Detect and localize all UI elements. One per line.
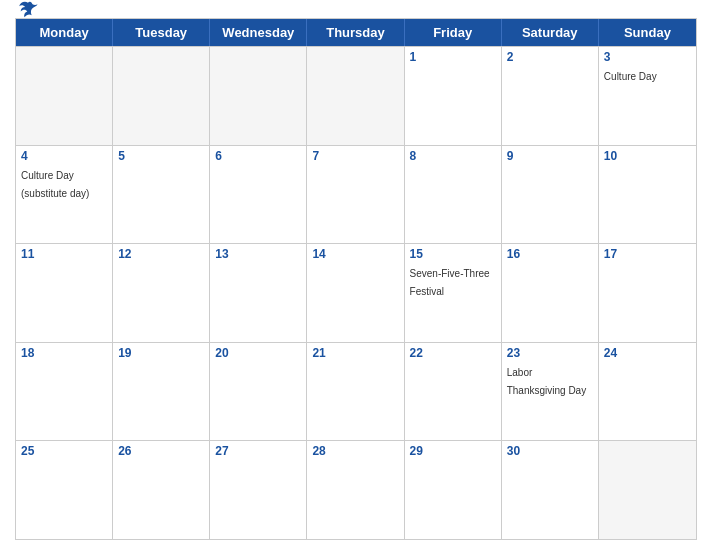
day-number: 7: [312, 149, 398, 163]
day-number: 27: [215, 444, 301, 458]
calendar-cell: [307, 47, 404, 145]
calendar-cell: 22: [405, 343, 502, 441]
calendar-cell: 24: [599, 343, 696, 441]
calendar-cell: 21: [307, 343, 404, 441]
page: MondayTuesdayWednesdayThursdayFridaySatu…: [0, 0, 712, 550]
calendar-cell: 17: [599, 244, 696, 342]
calendar-cell: 2: [502, 47, 599, 145]
calendar: MondayTuesdayWednesdayThursdayFridaySatu…: [15, 18, 697, 540]
calendar-cell: [599, 441, 696, 539]
day-number: 14: [312, 247, 398, 261]
week-row-2: 4Culture Day (substitute day)5678910: [16, 145, 696, 244]
calendar-cell: 30: [502, 441, 599, 539]
calendar-cell: 15Seven-Five-Three Festival: [405, 244, 502, 342]
calendar-cell: 14: [307, 244, 404, 342]
calendar-cell: 9: [502, 146, 599, 244]
calendar-cell: 18: [16, 343, 113, 441]
day-number: 29: [410, 444, 496, 458]
calendar-cell: 13: [210, 244, 307, 342]
calendar-cell: 5: [113, 146, 210, 244]
event-label: Seven-Five-Three Festival: [410, 268, 490, 297]
day-number: 17: [604, 247, 691, 261]
calendar-cell: 26: [113, 441, 210, 539]
day-number: 13: [215, 247, 301, 261]
calendar-cell: 19: [113, 343, 210, 441]
calendar-cell: 27: [210, 441, 307, 539]
day-number: 24: [604, 346, 691, 360]
calendar-cell: 6: [210, 146, 307, 244]
calendar-cell: 3Culture Day: [599, 47, 696, 145]
calendar-body: 123Culture Day4Culture Day (substitute d…: [16, 46, 696, 539]
day-number: 1: [410, 50, 496, 64]
calendar-cell: 23Labor Thanksgiving Day: [502, 343, 599, 441]
day-number: 4: [21, 149, 107, 163]
day-number: 3: [604, 50, 691, 64]
week-row-4: 181920212223Labor Thanksgiving Day24: [16, 342, 696, 441]
calendar-cell: 16: [502, 244, 599, 342]
header-day-tuesday: Tuesday: [113, 19, 210, 46]
day-number: 15: [410, 247, 496, 261]
calendar-cell: 10: [599, 146, 696, 244]
calendar-cell: 29: [405, 441, 502, 539]
week-row-1: 123Culture Day: [16, 46, 696, 145]
day-number: 21: [312, 346, 398, 360]
day-number: 18: [21, 346, 107, 360]
day-number: 30: [507, 444, 593, 458]
week-row-5: 252627282930: [16, 440, 696, 539]
day-number: 8: [410, 149, 496, 163]
calendar-cell: [210, 47, 307, 145]
calendar-cell: 20: [210, 343, 307, 441]
header-day-monday: Monday: [16, 19, 113, 46]
header-day-saturday: Saturday: [502, 19, 599, 46]
calendar-cell: 7: [307, 146, 404, 244]
day-number: 5: [118, 149, 204, 163]
day-number: 26: [118, 444, 204, 458]
calendar-cell: 25: [16, 441, 113, 539]
event-label: Culture Day: [604, 71, 657, 82]
calendar-cell: 8: [405, 146, 502, 244]
day-number: 10: [604, 149, 691, 163]
day-number: 23: [507, 346, 593, 360]
calendar-cell: [113, 47, 210, 145]
day-number: 2: [507, 50, 593, 64]
day-number: 20: [215, 346, 301, 360]
day-number: 6: [215, 149, 301, 163]
header-day-thursday: Thursday: [307, 19, 404, 46]
calendar-cell: 11: [16, 244, 113, 342]
day-number: 19: [118, 346, 204, 360]
day-number: 22: [410, 346, 496, 360]
logo-bird-icon: [17, 0, 39, 21]
header-day-sunday: Sunday: [599, 19, 696, 46]
header-day-friday: Friday: [405, 19, 502, 46]
event-label: Culture Day (substitute day): [21, 170, 89, 199]
day-number: 25: [21, 444, 107, 458]
week-row-3: 1112131415Seven-Five-Three Festival1617: [16, 243, 696, 342]
calendar-cell: 4Culture Day (substitute day): [16, 146, 113, 244]
day-number: 11: [21, 247, 107, 261]
day-number: 16: [507, 247, 593, 261]
calendar-header: MondayTuesdayWednesdayThursdayFridaySatu…: [16, 19, 696, 46]
day-number: 28: [312, 444, 398, 458]
calendar-cell: [16, 47, 113, 145]
calendar-cell: 12: [113, 244, 210, 342]
day-number: 9: [507, 149, 593, 163]
calendar-cell: 1: [405, 47, 502, 145]
event-label: Labor Thanksgiving Day: [507, 367, 586, 396]
header-day-wednesday: Wednesday: [210, 19, 307, 46]
calendar-cell: 28: [307, 441, 404, 539]
day-number: 12: [118, 247, 204, 261]
logo: [15, 0, 39, 21]
